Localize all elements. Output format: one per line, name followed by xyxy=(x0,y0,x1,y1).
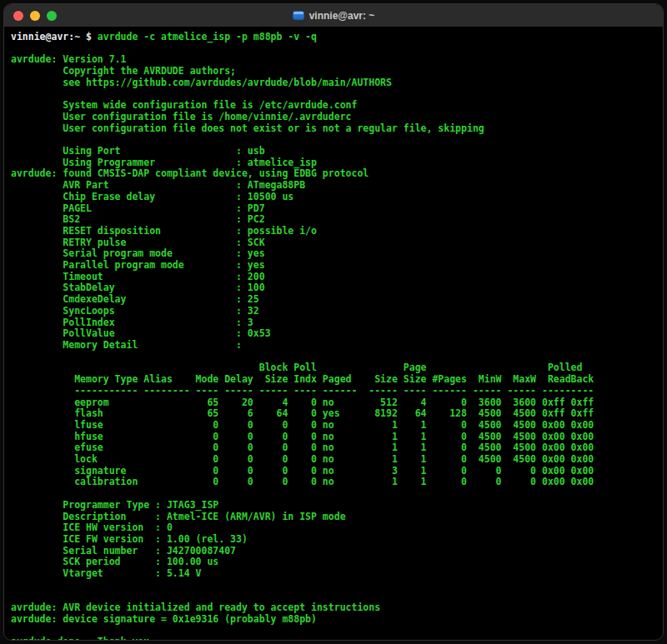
minimize-button[interactable] xyxy=(30,11,40,21)
prompt-line: vinnie@avr:~ $ avrdude -c atmelice_isp -… xyxy=(11,32,663,43)
terminal-window: vinnie@avr: ~ vinnie@avr:~ $ avrdude -c … xyxy=(3,3,664,641)
command-text: avrdude -c atmelice_isp -p m88pb -v -q xyxy=(98,31,317,42)
titlebar[interactable]: vinnie@avr: ~ xyxy=(4,4,663,27)
terminal-output: avrdude: Version 7.1 Copyright the AVRDU… xyxy=(11,43,663,640)
window-title-area: vinnie@avr: ~ xyxy=(4,4,663,27)
window-title: vinnie@avr: ~ xyxy=(309,10,375,22)
traffic-lights xyxy=(4,11,57,21)
zoom-button[interactable] xyxy=(47,11,57,21)
shell-prompt: vinnie@avr:~ $ xyxy=(11,31,98,42)
terminal-tab-icon xyxy=(293,11,304,20)
terminal-screen[interactable]: vinnie@avr:~ $ avrdude -c atmelice_isp -… xyxy=(4,27,663,640)
close-button[interactable] xyxy=(13,11,23,21)
